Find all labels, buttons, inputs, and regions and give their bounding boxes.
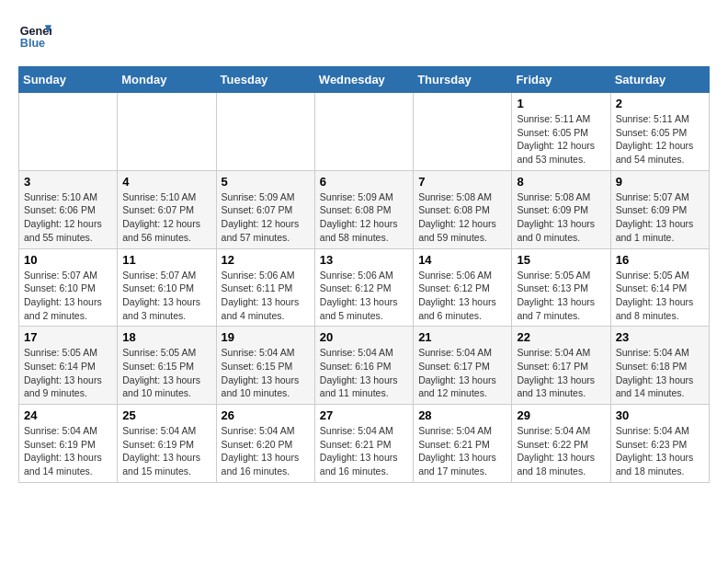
day-cell: 28Sunrise: 5:04 AM Sunset: 6:21 PM Dayli…: [414, 405, 512, 483]
day-cell: 3Sunrise: 5:10 AM Sunset: 6:06 PM Daylig…: [19, 170, 118, 248]
day-cell: 18Sunrise: 5:05 AM Sunset: 6:15 PM Dayli…: [118, 327, 216, 405]
weekday-header-saturday: Saturday: [610, 67, 709, 93]
day-detail: Sunrise: 5:06 AM Sunset: 6:11 PM Dayligh…: [222, 269, 310, 323]
day-number: 17: [24, 330, 112, 344]
day-number: 16: [616, 253, 704, 267]
logo-icon: General Blue: [18, 18, 51, 52]
day-number: 23: [616, 330, 704, 344]
day-number: 29: [517, 408, 605, 422]
day-cell: 24Sunrise: 5:04 AM Sunset: 6:19 PM Dayli…: [19, 405, 118, 483]
day-number: 27: [320, 408, 408, 422]
day-detail: Sunrise: 5:08 AM Sunset: 6:09 PM Dayligh…: [517, 190, 605, 245]
weekday-header-monday: Monday: [118, 67, 216, 93]
day-cell: 27Sunrise: 5:04 AM Sunset: 6:21 PM Dayli…: [314, 405, 413, 483]
day-number: 21: [418, 330, 506, 344]
day-detail: Sunrise: 5:04 AM Sunset: 6:22 PM Dayligh…: [517, 424, 605, 478]
day-detail: Sunrise: 5:04 AM Sunset: 6:19 PM Dayligh…: [24, 424, 112, 478]
day-detail: Sunrise: 5:04 AM Sunset: 6:20 PM Dayligh…: [222, 424, 310, 478]
day-number: 8: [517, 175, 605, 189]
day-number: 14: [418, 253, 506, 267]
day-cell: [216, 93, 314, 171]
day-detail: Sunrise: 5:07 AM Sunset: 6:09 PM Dayligh…: [616, 190, 704, 245]
day-detail: Sunrise: 5:04 AM Sunset: 6:21 PM Dayligh…: [320, 424, 408, 478]
day-detail: Sunrise: 5:06 AM Sunset: 6:12 PM Dayligh…: [320, 269, 408, 323]
day-number: 15: [517, 253, 605, 267]
day-cell: 19Sunrise: 5:04 AM Sunset: 6:15 PM Dayli…: [216, 327, 314, 405]
svg-text:Blue: Blue: [20, 37, 45, 50]
day-cell: 4Sunrise: 5:10 AM Sunset: 6:07 PM Daylig…: [118, 170, 216, 248]
day-number: 24: [24, 408, 112, 422]
day-cell: 11Sunrise: 5:07 AM Sunset: 6:10 PM Dayli…: [118, 248, 216, 327]
logo: General Blue: [18, 18, 55, 52]
day-detail: Sunrise: 5:07 AM Sunset: 6:10 PM Dayligh…: [122, 269, 210, 323]
day-number: 12: [222, 253, 310, 267]
week-row-4: 17Sunrise: 5:05 AM Sunset: 6:14 PM Dayli…: [19, 327, 710, 405]
day-cell: [19, 93, 118, 171]
day-cell: 12Sunrise: 5:06 AM Sunset: 6:11 PM Dayli…: [216, 248, 314, 327]
weekday-header-sunday: Sunday: [19, 67, 118, 93]
day-cell: 8Sunrise: 5:08 AM Sunset: 6:09 PM Daylig…: [512, 170, 610, 248]
day-number: 5: [222, 175, 310, 189]
weekday-header-wednesday: Wednesday: [314, 67, 413, 93]
day-detail: Sunrise: 5:11 AM Sunset: 6:05 PM Dayligh…: [616, 112, 704, 167]
day-number: 1: [517, 97, 605, 110]
day-cell: 13Sunrise: 5:06 AM Sunset: 6:12 PM Dayli…: [314, 248, 413, 327]
day-number: 28: [418, 408, 506, 422]
day-cell: 10Sunrise: 5:07 AM Sunset: 6:10 PM Dayli…: [19, 248, 118, 327]
day-cell: 26Sunrise: 5:04 AM Sunset: 6:20 PM Dayli…: [216, 405, 314, 483]
day-number: 4: [122, 175, 210, 189]
day-detail: Sunrise: 5:04 AM Sunset: 6:21 PM Dayligh…: [418, 424, 506, 478]
day-cell: [314, 93, 413, 171]
day-cell: [118, 93, 216, 171]
day-number: 11: [122, 253, 210, 267]
day-number: 25: [122, 408, 210, 422]
day-number: 6: [320, 175, 408, 189]
day-detail: Sunrise: 5:05 AM Sunset: 6:13 PM Dayligh…: [517, 269, 605, 323]
day-detail: Sunrise: 5:05 AM Sunset: 6:15 PM Dayligh…: [122, 346, 210, 400]
day-number: 22: [517, 330, 605, 344]
day-cell: 16Sunrise: 5:05 AM Sunset: 6:14 PM Dayli…: [610, 248, 709, 327]
page-header: General Blue: [18, 18, 710, 52]
day-cell: 22Sunrise: 5:04 AM Sunset: 6:17 PM Dayli…: [512, 327, 610, 405]
day-cell: 30Sunrise: 5:04 AM Sunset: 6:23 PM Dayli…: [610, 405, 709, 483]
day-detail: Sunrise: 5:04 AM Sunset: 6:23 PM Dayligh…: [616, 424, 704, 478]
day-detail: Sunrise: 5:04 AM Sunset: 6:18 PM Dayligh…: [616, 346, 704, 400]
week-row-1: 1Sunrise: 5:11 AM Sunset: 6:05 PM Daylig…: [19, 93, 710, 171]
day-cell: 6Sunrise: 5:09 AM Sunset: 6:08 PM Daylig…: [314, 170, 413, 248]
day-detail: Sunrise: 5:09 AM Sunset: 6:07 PM Dayligh…: [222, 190, 310, 245]
day-cell: 23Sunrise: 5:04 AM Sunset: 6:18 PM Dayli…: [610, 327, 709, 405]
day-cell: 17Sunrise: 5:05 AM Sunset: 6:14 PM Dayli…: [19, 327, 118, 405]
day-detail: Sunrise: 5:09 AM Sunset: 6:08 PM Dayligh…: [320, 190, 408, 245]
day-number: 20: [320, 330, 408, 344]
weekday-header-friday: Friday: [512, 67, 610, 93]
day-detail: Sunrise: 5:07 AM Sunset: 6:10 PM Dayligh…: [24, 269, 112, 323]
day-detail: Sunrise: 5:05 AM Sunset: 6:14 PM Dayligh…: [616, 269, 704, 323]
day-cell: 29Sunrise: 5:04 AM Sunset: 6:22 PM Dayli…: [512, 405, 610, 483]
day-detail: Sunrise: 5:08 AM Sunset: 6:08 PM Dayligh…: [418, 190, 506, 245]
day-detail: Sunrise: 5:04 AM Sunset: 6:19 PM Dayligh…: [122, 424, 210, 478]
weekday-header-thursday: Thursday: [414, 67, 512, 93]
day-detail: Sunrise: 5:06 AM Sunset: 6:12 PM Dayligh…: [418, 269, 506, 323]
day-detail: Sunrise: 5:04 AM Sunset: 6:15 PM Dayligh…: [222, 346, 310, 400]
day-number: 26: [222, 408, 310, 422]
day-number: 13: [320, 253, 408, 267]
day-detail: Sunrise: 5:04 AM Sunset: 6:17 PM Dayligh…: [418, 346, 506, 400]
day-number: 9: [616, 175, 704, 189]
day-number: 7: [418, 175, 506, 189]
week-row-5: 24Sunrise: 5:04 AM Sunset: 6:19 PM Dayli…: [19, 405, 710, 483]
day-detail: Sunrise: 5:04 AM Sunset: 6:17 PM Dayligh…: [517, 346, 605, 400]
day-number: 30: [616, 408, 704, 422]
day-number: 10: [24, 253, 112, 267]
day-cell: 9Sunrise: 5:07 AM Sunset: 6:09 PM Daylig…: [610, 170, 709, 248]
day-detail: Sunrise: 5:05 AM Sunset: 6:14 PM Dayligh…: [24, 346, 112, 400]
day-cell: 14Sunrise: 5:06 AM Sunset: 6:12 PM Dayli…: [414, 248, 512, 327]
day-detail: Sunrise: 5:11 AM Sunset: 6:05 PM Dayligh…: [517, 112, 605, 167]
calendar-table: SundayMondayTuesdayWednesdayThursdayFrid…: [18, 66, 710, 483]
day-cell: 20Sunrise: 5:04 AM Sunset: 6:16 PM Dayli…: [314, 327, 413, 405]
day-cell: 5Sunrise: 5:09 AM Sunset: 6:07 PM Daylig…: [216, 170, 314, 248]
day-cell: 2Sunrise: 5:11 AM Sunset: 6:05 PM Daylig…: [610, 93, 709, 171]
weekday-header-tuesday: Tuesday: [216, 67, 314, 93]
week-row-3: 10Sunrise: 5:07 AM Sunset: 6:10 PM Dayli…: [19, 248, 710, 327]
day-number: 19: [222, 330, 310, 344]
day-number: 2: [616, 97, 704, 110]
